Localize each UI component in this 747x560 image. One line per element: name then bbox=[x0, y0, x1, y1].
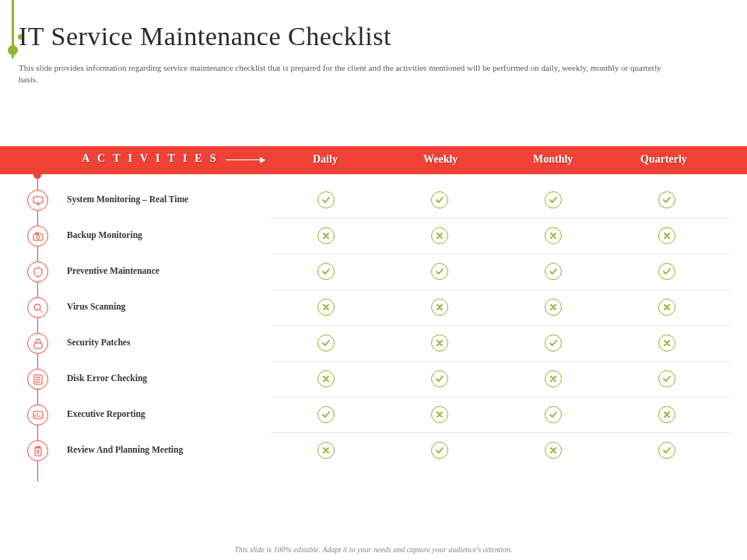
footer-note: This slide is 100% editable. Adapt it to… bbox=[0, 545, 747, 554]
check-icon bbox=[545, 334, 562, 352]
check-icon bbox=[658, 263, 675, 280]
page-title: IT Service Maintenance Checklist bbox=[19, 22, 391, 51]
shield-icon bbox=[27, 261, 48, 282]
cross-icon bbox=[431, 227, 448, 244]
search-icon bbox=[27, 297, 48, 318]
column-header-quarterly: Quarterly bbox=[640, 153, 687, 166]
check-icon bbox=[545, 191, 562, 208]
clipboard-icon bbox=[27, 440, 48, 461]
check-icon bbox=[317, 191, 335, 208]
activity-label: Preventive Maintenance bbox=[67, 266, 160, 275]
check-icon bbox=[431, 263, 448, 280]
table-row: System Monitoring – Real Time bbox=[0, 182, 747, 218]
cross-icon bbox=[545, 227, 562, 244]
cross-icon bbox=[658, 406, 675, 423]
cross-icon bbox=[545, 299, 562, 316]
row-divider bbox=[271, 218, 730, 219]
check-icon bbox=[431, 370, 448, 387]
column-header-weekly: Weekly bbox=[423, 153, 458, 166]
page-subtitle: This slide provides information regardin… bbox=[19, 62, 672, 86]
cross-icon bbox=[431, 406, 448, 423]
activity-label: Executive Reporting bbox=[67, 409, 146, 418]
activity-label: Backup Monitoring bbox=[67, 230, 142, 240]
cross-icon bbox=[545, 370, 562, 387]
row-divider bbox=[271, 432, 730, 433]
row-divider bbox=[271, 325, 730, 326]
cross-icon bbox=[317, 227, 335, 244]
check-icon bbox=[545, 263, 562, 280]
report-icon bbox=[27, 404, 48, 425]
row-divider bbox=[271, 289, 730, 290]
activity-label: System Monitoring – Real Time bbox=[67, 194, 188, 204]
cross-icon bbox=[431, 334, 448, 352]
cross-icon bbox=[431, 299, 448, 316]
cross-icon bbox=[658, 299, 675, 316]
timeline-top-dot-icon bbox=[33, 171, 41, 179]
table-row: Virus Scanning bbox=[0, 289, 747, 325]
rows-container: System Monitoring – Real TimeBackup Moni… bbox=[0, 182, 747, 468]
column-header-monthly: Monthly bbox=[533, 153, 573, 166]
table-row: Executive Reporting bbox=[0, 397, 747, 432]
cross-icon bbox=[317, 370, 335, 387]
row-divider bbox=[271, 361, 730, 362]
header-activities-label: ACTIVITIES bbox=[82, 152, 223, 165]
table-row: Disk Error Checking bbox=[0, 361, 747, 397]
row-divider bbox=[271, 254, 730, 254]
table-row: Review And Planning Meeting bbox=[0, 432, 747, 468]
check-icon bbox=[658, 442, 675, 459]
check-icon bbox=[658, 370, 675, 387]
table-row: Backup Monitoring bbox=[0, 218, 747, 254]
lock-icon bbox=[27, 333, 48, 354]
cross-icon bbox=[545, 442, 562, 459]
activity-label: Security Patches bbox=[67, 338, 130, 347]
check-icon bbox=[317, 334, 335, 352]
activity-label: Virus Scanning bbox=[67, 302, 125, 311]
table-row: Preventive Maintenance bbox=[0, 254, 747, 289]
check-icon bbox=[317, 406, 335, 423]
check-icon bbox=[431, 442, 448, 459]
activity-label: Review And Planning Meeting bbox=[67, 445, 183, 454]
check-icon bbox=[317, 263, 335, 280]
check-icon bbox=[658, 191, 675, 208]
header-arrow-icon bbox=[226, 159, 265, 160]
slide: IT Service Maintenance Checklist This sl… bbox=[0, 0, 747, 560]
cross-icon bbox=[317, 442, 335, 459]
camera-icon bbox=[27, 226, 48, 247]
check-icon bbox=[545, 406, 562, 423]
accent-dot-large bbox=[8, 45, 18, 55]
disk-icon bbox=[27, 369, 48, 390]
activity-label: Disk Error Checking bbox=[67, 373, 147, 383]
monitor-icon bbox=[27, 190, 48, 211]
table-row: Security Patches bbox=[0, 325, 747, 361]
cross-icon bbox=[317, 299, 335, 316]
cross-icon bbox=[658, 227, 675, 244]
check-icon bbox=[431, 191, 448, 208]
cross-icon bbox=[658, 334, 675, 352]
row-divider bbox=[271, 397, 730, 397]
column-header-daily: Daily bbox=[313, 153, 338, 166]
